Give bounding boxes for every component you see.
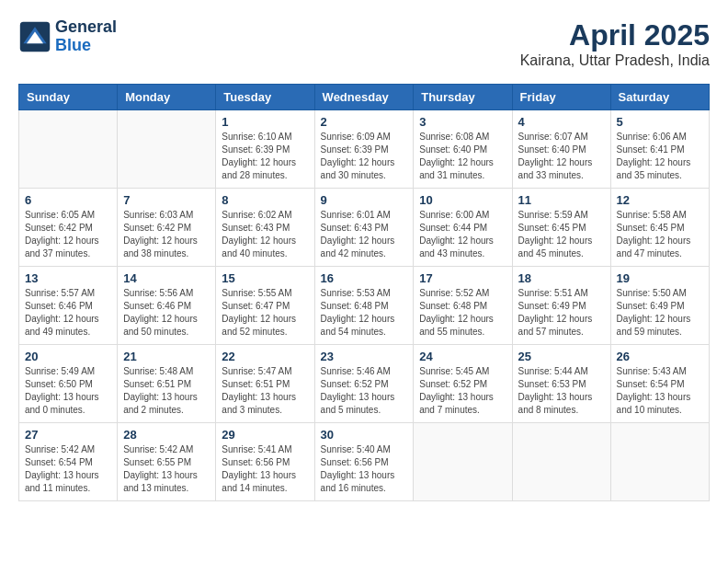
location-title: Kairana, Uttar Pradesh, India [520,52,710,69]
day-number: 28 [123,428,210,442]
calendar-cell: 17Sunrise: 5:52 AM Sunset: 6:48 PM Dayli… [414,267,512,345]
calendar-cell: 9Sunrise: 6:01 AM Sunset: 6:43 PM Daylig… [314,189,414,267]
col-header-saturday: Saturday [610,85,709,110]
calendar-cell: 1Sunrise: 6:10 AM Sunset: 6:39 PM Daylig… [216,110,314,189]
page-header: General Blue April 2025 Kairana, Uttar P… [18,18,710,69]
calendar-cell: 6Sunrise: 6:05 AM Sunset: 6:42 PM Daylig… [19,189,118,267]
day-info: Sunrise: 5:51 AM Sunset: 6:49 PM Dayligh… [518,287,605,339]
calendar-cell: 21Sunrise: 5:48 AM Sunset: 6:51 PM Dayli… [118,345,216,423]
calendar-cell: 8Sunrise: 6:02 AM Sunset: 6:43 PM Daylig… [216,189,314,267]
day-number: 16 [321,271,408,285]
week-row-1: 1Sunrise: 6:10 AM Sunset: 6:39 PM Daylig… [19,110,710,189]
week-row-3: 13Sunrise: 5:57 AM Sunset: 6:46 PM Dayli… [19,267,710,345]
day-number: 2 [321,115,408,129]
calendar-cell: 18Sunrise: 5:51 AM Sunset: 6:49 PM Dayli… [512,267,610,345]
title-block: April 2025 Kairana, Uttar Pradesh, India [520,18,710,69]
calendar-cell: 23Sunrise: 5:46 AM Sunset: 6:52 PM Dayli… [314,345,414,423]
day-number: 21 [123,350,210,363]
day-info: Sunrise: 5:57 AM Sunset: 6:46 PM Dayligh… [25,287,111,339]
day-info: Sunrise: 5:44 AM Sunset: 6:53 PM Dayligh… [518,365,605,417]
day-info: Sunrise: 5:48 AM Sunset: 6:51 PM Dayligh… [123,365,210,417]
calendar-cell: 19Sunrise: 5:50 AM Sunset: 6:49 PM Dayli… [610,267,709,345]
day-info: Sunrise: 5:52 AM Sunset: 6:48 PM Dayligh… [419,287,506,339]
day-info: Sunrise: 5:42 AM Sunset: 6:54 PM Dayligh… [25,443,111,495]
logo-text: General Blue [55,18,117,55]
day-number: 22 [222,350,308,363]
day-info: Sunrise: 6:05 AM Sunset: 6:42 PM Dayligh… [25,209,111,260]
calendar-cell: 25Sunrise: 5:44 AM Sunset: 6:53 PM Dayli… [512,345,610,423]
day-number: 4 [518,115,605,129]
calendar-cell: 3Sunrise: 6:08 AM Sunset: 6:40 PM Daylig… [414,110,512,189]
day-info: Sunrise: 5:50 AM Sunset: 6:49 PM Dayligh… [617,287,703,339]
day-info: Sunrise: 5:45 AM Sunset: 6:52 PM Dayligh… [419,365,506,417]
calendar-cell: 27Sunrise: 5:42 AM Sunset: 6:54 PM Dayli… [19,423,118,501]
calendar-cell: 22Sunrise: 5:47 AM Sunset: 6:51 PM Dayli… [216,345,314,423]
day-info: Sunrise: 5:41 AM Sunset: 6:56 PM Dayligh… [222,443,308,495]
day-number: 1 [222,115,308,129]
day-number: 24 [419,350,506,363]
calendar-cell [512,423,610,501]
calendar-cell: 26Sunrise: 5:43 AM Sunset: 6:54 PM Dayli… [610,345,709,423]
calendar-cell: 2Sunrise: 6:09 AM Sunset: 6:39 PM Daylig… [314,110,414,189]
week-row-5: 27Sunrise: 5:42 AM Sunset: 6:54 PM Dayli… [19,423,710,501]
day-info: Sunrise: 6:08 AM Sunset: 6:40 PM Dayligh… [419,131,506,182]
day-info: Sunrise: 6:00 AM Sunset: 6:44 PM Dayligh… [419,209,506,260]
calendar-cell: 7Sunrise: 6:03 AM Sunset: 6:42 PM Daylig… [118,189,216,267]
logo-icon [18,20,51,53]
calendar-cell: 14Sunrise: 5:56 AM Sunset: 6:46 PM Dayli… [118,267,216,345]
col-header-tuesday: Tuesday [216,85,314,110]
day-info: Sunrise: 5:53 AM Sunset: 6:48 PM Dayligh… [321,287,408,339]
calendar-cell: 28Sunrise: 5:42 AM Sunset: 6:55 PM Dayli… [118,423,216,501]
day-info: Sunrise: 5:42 AM Sunset: 6:55 PM Dayligh… [123,443,210,495]
calendar-cell: 11Sunrise: 5:59 AM Sunset: 6:45 PM Dayli… [512,189,610,267]
day-info: Sunrise: 5:43 AM Sunset: 6:54 PM Dayligh… [617,365,703,417]
day-number: 13 [25,271,111,285]
week-row-2: 6Sunrise: 6:05 AM Sunset: 6:42 PM Daylig… [19,189,710,267]
day-number: 18 [518,271,605,285]
day-number: 5 [617,115,703,129]
day-number: 27 [25,428,111,442]
col-header-monday: Monday [118,85,216,110]
day-info: Sunrise: 5:46 AM Sunset: 6:52 PM Dayligh… [321,365,408,417]
month-title: April 2025 [520,18,710,52]
day-info: Sunrise: 5:49 AM Sunset: 6:50 PM Dayligh… [25,365,111,417]
calendar-cell [610,423,709,501]
day-info: Sunrise: 6:03 AM Sunset: 6:42 PM Dayligh… [123,209,210,260]
day-number: 8 [222,193,308,207]
logo: General Blue [18,18,117,55]
day-number: 20 [25,350,111,363]
day-number: 11 [518,193,605,207]
col-header-wednesday: Wednesday [314,85,414,110]
day-info: Sunrise: 6:02 AM Sunset: 6:43 PM Dayligh… [222,209,308,260]
day-number: 30 [321,428,408,442]
day-info: Sunrise: 5:47 AM Sunset: 6:51 PM Dayligh… [222,365,308,417]
day-info: Sunrise: 6:09 AM Sunset: 6:39 PM Dayligh… [321,131,408,182]
calendar-table: SundayMondayTuesdayWednesdayThursdayFrid… [18,84,710,501]
calendar-cell: 16Sunrise: 5:53 AM Sunset: 6:48 PM Dayli… [314,267,414,345]
day-number: 17 [419,271,506,285]
day-info: Sunrise: 5:40 AM Sunset: 6:56 PM Dayligh… [321,443,408,495]
day-info: Sunrise: 6:06 AM Sunset: 6:41 PM Dayligh… [617,131,703,182]
day-number: 10 [419,193,506,207]
calendar-cell: 13Sunrise: 5:57 AM Sunset: 6:46 PM Dayli… [19,267,118,345]
week-row-4: 20Sunrise: 5:49 AM Sunset: 6:50 PM Dayli… [19,345,710,423]
calendar-cell: 29Sunrise: 5:41 AM Sunset: 6:56 PM Dayli… [216,423,314,501]
day-number: 3 [419,115,506,129]
day-info: Sunrise: 5:56 AM Sunset: 6:46 PM Dayligh… [123,287,210,339]
day-number: 26 [617,350,703,363]
col-header-thursday: Thursday [414,85,512,110]
day-info: Sunrise: 5:55 AM Sunset: 6:47 PM Dayligh… [222,287,308,339]
day-number: 7 [123,193,210,207]
calendar-cell [414,423,512,501]
calendar-cell: 15Sunrise: 5:55 AM Sunset: 6:47 PM Dayli… [216,267,314,345]
day-info: Sunrise: 6:10 AM Sunset: 6:39 PM Dayligh… [222,131,308,182]
day-number: 12 [617,193,703,207]
day-number: 15 [222,271,308,285]
day-info: Sunrise: 5:58 AM Sunset: 6:45 PM Dayligh… [617,209,703,260]
calendar-cell: 24Sunrise: 5:45 AM Sunset: 6:52 PM Dayli… [414,345,512,423]
col-header-friday: Friday [512,85,610,110]
calendar-cell [19,110,118,189]
day-number: 25 [518,350,605,363]
day-number: 14 [123,271,210,285]
calendar-cell: 20Sunrise: 5:49 AM Sunset: 6:50 PM Dayli… [19,345,118,423]
